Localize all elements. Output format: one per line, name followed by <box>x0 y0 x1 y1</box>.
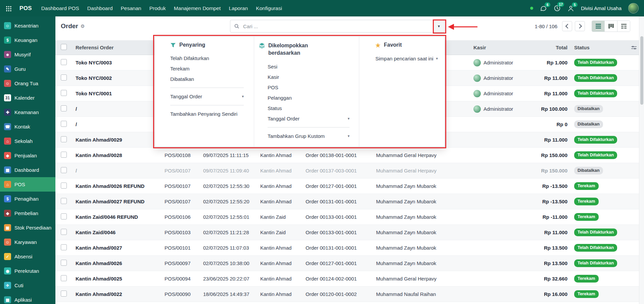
header-referensi-order[interactable]: Referensi Order <box>72 45 161 50</box>
header-kasir[interactable]: Kasir <box>470 45 524 50</box>
sidebar-item[interactable]: ◉ Perekrutan <box>0 264 55 278</box>
order-status-cell: Terekam <box>571 198 625 205</box>
table-row[interactable]: Kantin Ahmad/0021 POS/00089 18/06/2025 1… <box>55 302 639 304</box>
table-row[interactable]: Kantin Ahmad/0027 POS/00101 02/07/2025 1… <box>55 240 639 256</box>
row-checkbox[interactable] <box>61 121 67 127</box>
table-row[interactable]: Kantin Zaid/0046 POS/00103 02/07/2025 11… <box>55 225 639 240</box>
table-row[interactable]: Kantin Zaid/0046 REFUND POS/00106 02/07/… <box>55 209 639 225</box>
sidebar-item[interactable]: ✈ Cuti <box>0 278 55 293</box>
sidebar-item[interactable]: ⌂ Sekolah <box>0 134 55 148</box>
row-checkbox[interactable] <box>61 105 67 111</box>
sidebar-item[interactable]: ☻ Musyrif <box>0 47 55 62</box>
navbar-menu-item[interactable]: Manajemen Dompet <box>174 5 221 11</box>
sidebar-item[interactable]: ✎ Guru <box>0 62 55 76</box>
app-brand[interactable]: POS <box>19 5 32 12</box>
groupby-item[interactable]: Kasir <box>268 72 350 82</box>
groupby-item[interactable]: POS <box>268 82 350 93</box>
pivot-view-button[interactable] <box>617 21 630 32</box>
table-row[interactable]: Kantin Ahmad/0022 POS/00090 18/06/2025 1… <box>55 287 639 302</box>
table-row[interactable]: Kantin Ahmad/0027 REFUND POS/00107 02/07… <box>55 194 639 209</box>
sidebar-item[interactable]: 31 Kalender <box>0 91 55 105</box>
messages-count-badge: 6 <box>545 2 550 7</box>
search-dropdown-toggle[interactable]: ▾ <box>433 20 445 32</box>
filters-header: Penyaring <box>170 42 244 48</box>
activities-clock-icon[interactable]: 17 <box>554 5 561 12</box>
navbar-menu-item[interactable]: Produk <box>149 5 166 11</box>
row-checkbox[interactable] <box>61 260 67 266</box>
navbar-menu-item[interactable]: Dashboard <box>87 5 113 11</box>
select-all-checkbox[interactable] <box>61 44 67 50</box>
filter-tanggal-order[interactable]: Tanggal Order ▾ <box>170 91 244 102</box>
apps-grid-icon[interactable] <box>5 5 11 11</box>
sidebar-item[interactable]: ▦ Dashboard <box>0 163 55 177</box>
groupby-tanggal-order[interactable]: Tanggal Order ▾ <box>268 113 350 124</box>
sidebar-item[interactable]: ◆ Pembelian <box>0 206 55 220</box>
row-checkbox[interactable] <box>61 183 67 189</box>
table-row[interactable]: Kantin Ahmad/0026 REFUND POS/00107 02/07… <box>55 179 639 194</box>
sidebar-item[interactable]: ☺ Karyawan <box>0 235 55 249</box>
row-checkbox[interactable] <box>61 152 67 158</box>
sidebar-item[interactable]: ▦ Aplikasi <box>0 293 55 304</box>
search-input[interactable] <box>242 23 433 30</box>
header-total[interactable]: Total <box>524 45 571 50</box>
row-checkbox[interactable] <box>61 229 67 235</box>
table-row[interactable]: Kantin Ahmad/0026 POS/00097 02/07/2025 1… <box>55 256 639 271</box>
optional-columns-button[interactable] <box>625 45 639 50</box>
sidebar-item[interactable]: ✓ Absensi <box>0 249 55 264</box>
messages-icon[interactable]: 6 <box>540 5 547 12</box>
row-checkbox[interactable] <box>61 74 67 81</box>
pager-next-button[interactable] <box>575 21 585 31</box>
save-current-search[interactable]: Simpan pencarian saat ini ▾ <box>375 53 439 64</box>
order-session: POS/00107 <box>161 168 200 173</box>
table-row[interactable]: Kantin Ahmad/0028 POS/00108 09/07/2025 1… <box>55 148 639 163</box>
sidebar-item[interactable]: ✚ Keamanan <box>0 105 55 119</box>
sidebar-item[interactable]: ◆ Penjualan <box>0 148 55 163</box>
navbar-menu-item[interactable]: Laporan <box>229 5 248 11</box>
add-custom-filter[interactable]: Tambahkan Penyaring Sendiri <box>170 109 244 119</box>
company-name[interactable]: Divisi Amal Usaha <box>581 5 622 11</box>
requests-person-icon[interactable]: 5 <box>567 5 574 12</box>
row-checkbox[interactable] <box>61 90 67 96</box>
favorites-header: ★ Favorit <box>375 42 439 48</box>
sidebar-item[interactable]: ⌂ POS <box>0 177 55 192</box>
row-checkbox[interactable] <box>61 244 67 250</box>
sidebar-item[interactable]: ▣ Stok Persediaan <box>0 220 55 235</box>
table-row[interactable]: / POS/00107 09/07/2025 11:09:40 Kantin A… <box>55 163 639 179</box>
row-checkbox[interactable] <box>61 213 67 219</box>
filter-item[interactable]: Terekam <box>170 63 244 74</box>
order-total: Rp -13.500 <box>524 199 571 204</box>
row-checkbox[interactable] <box>61 198 67 204</box>
add-custom-group[interactable]: Tambahkan Grup Kustom ▾ <box>268 131 350 141</box>
sidebar-item-icon: 31 <box>4 94 11 101</box>
row-checkbox[interactable] <box>61 59 67 65</box>
user-avatar[interactable] <box>628 3 639 13</box>
sidebar-item-label: Keuangan <box>14 37 37 43</box>
row-checkbox[interactable] <box>61 291 67 297</box>
list-view-button[interactable] <box>592 21 604 32</box>
sidebar-item[interactable]: $ Penagihan <box>0 192 55 206</box>
row-checkbox[interactable] <box>61 167 67 173</box>
gear-icon[interactable]: ⚙ <box>81 23 85 29</box>
groupby-item[interactable]: Pelanggan <box>268 93 350 103</box>
sidebar-item[interactable]: ☺ Kesantrian <box>0 18 55 33</box>
kanban-view-button[interactable] <box>604 21 617 32</box>
row-checkbox[interactable] <box>61 275 67 281</box>
header-status[interactable]: Status <box>571 45 625 50</box>
groupby-item[interactable]: Status <box>268 103 350 113</box>
scrollbar-thumb[interactable] <box>640 36 643 105</box>
sidebar-item[interactable]: $ Keuangan <box>0 33 55 47</box>
filter-item[interactable]: Dibatalkan <box>170 74 244 84</box>
groupby-item[interactable]: Sesi <box>268 61 350 72</box>
navbar-menu-item[interactable]: Pesanan <box>121 5 141 11</box>
sidebar-item[interactable]: ☎ Kontak <box>0 119 55 134</box>
navbar-menu-item[interactable]: Konfigurasi <box>256 5 282 11</box>
row-checkbox-cell <box>55 167 72 174</box>
row-checkbox[interactable] <box>61 136 67 142</box>
sidebar-item-label: Penagihan <box>14 196 39 202</box>
sidebar-item-label: POS <box>14 182 25 187</box>
filter-item[interactable]: Telah Difakturkan <box>170 53 244 63</box>
table-row[interactable]: Kantin Ahmad/0025 POS/00094 23/06/2025 2… <box>55 271 639 287</box>
sidebar-item[interactable]: ☺ Orang Tua <box>0 76 55 91</box>
navbar-menu-item[interactable]: Dashboard POS <box>41 5 79 11</box>
pager-previous-button[interactable] <box>562 21 572 31</box>
